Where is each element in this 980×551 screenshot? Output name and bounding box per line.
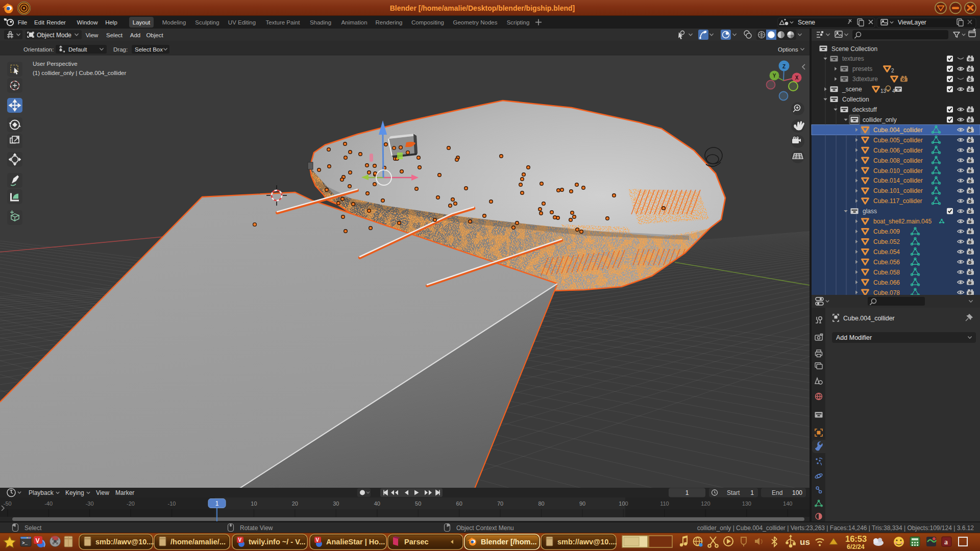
svg-text:16:53: 16:53 [845, 534, 867, 543]
svg-text:presets: presets [852, 65, 872, 72]
svg-text:Object: Object [146, 32, 163, 38]
svg-text:Select: Select [24, 524, 42, 532]
svg-text:40: 40 [374, 500, 380, 507]
svg-text:Cube.006_collider: Cube.006_collider [873, 147, 923, 154]
svg-text:Cube.008_collider: Cube.008_collider [873, 157, 923, 164]
svg-text:Marker: Marker [115, 489, 134, 496]
svg-text:Blender [/home/amalie/Desktop/: Blender [/home/amalie/Desktop/blender/bi… [390, 4, 575, 12]
svg-text:Z: Z [782, 64, 786, 69]
svg-text:us: us [800, 537, 810, 547]
svg-text:Cube.058: Cube.058 [873, 269, 900, 276]
svg-text:1: 1 [750, 489, 754, 496]
svg-text:13: 13 [880, 88, 887, 94]
svg-text:Y: Y [773, 73, 776, 79]
svg-text:Add: Add [130, 32, 140, 38]
svg-text:Render: Render [46, 19, 66, 26]
svg-text:View: View [86, 32, 99, 38]
svg-text:Select: Select [106, 32, 123, 38]
svg-text:smb://awv@10....: smb://awv@10.... [95, 538, 155, 546]
svg-text:20: 20 [292, 500, 298, 507]
svg-text:Cube.056: Cube.056 [873, 259, 900, 266]
svg-text:90: 90 [579, 500, 585, 507]
svg-text:Cube.101_collider: Cube.101_collider [873, 187, 923, 194]
svg-text:boat_shell2.main.045: boat_shell2.main.045 [873, 218, 932, 225]
svg-text:70: 70 [497, 500, 503, 507]
svg-text:3dtexture: 3dtexture [852, 76, 878, 83]
svg-text:Shading: Shading [310, 19, 331, 26]
svg-text:UV Editing: UV Editing [228, 19, 256, 26]
svg-text:Window: Window [77, 19, 99, 26]
svg-text:Cube.066: Cube.066 [873, 279, 900, 286]
svg-text:Modeling: Modeling [162, 19, 186, 26]
svg-text:User Perspective: User Perspective [33, 61, 78, 67]
svg-text:textures: textures [842, 55, 864, 62]
svg-text:100: 100 [792, 489, 802, 496]
svg-text:Add Modifier: Add Modifier [836, 334, 872, 341]
svg-text:Scripting: Scripting [507, 19, 530, 26]
svg-text:ViewLayer: ViewLayer [898, 19, 926, 26]
svg-text:Object Mode: Object Mode [37, 32, 71, 39]
svg-text:Layout: Layout [133, 19, 151, 26]
svg-text:Animation: Animation [341, 19, 367, 26]
svg-text:V: V [238, 537, 242, 543]
svg-text:Cube.010_collider: Cube.010_collider [873, 167, 923, 174]
svg-text:Keying: Keying [65, 489, 84, 496]
svg-text:1: 1 [685, 489, 689, 496]
svg-text:Cube.004_collider: Cube.004_collider [873, 127, 923, 134]
svg-text:a: a [944, 538, 948, 546]
svg-text:50: 50 [415, 500, 421, 507]
svg-text:Cube.052: Cube.052 [873, 238, 900, 245]
svg-text:Start: Start [727, 489, 740, 496]
svg-text:1: 1 [215, 500, 219, 507]
svg-text:collider_only | Cube.004_colli: collider_only | Cube.004_collider | Vert… [697, 524, 974, 532]
svg-text:Collection: Collection [842, 96, 869, 103]
svg-text:Texture Paint: Texture Paint [265, 19, 300, 26]
svg-text:View: View [96, 489, 109, 496]
svg-text:Scene Collection: Scene Collection [831, 45, 877, 53]
svg-text:AnalieStar | Ho...: AnalieStar | Ho... [326, 538, 385, 546]
svg-text:deckstuff: deckstuff [852, 106, 877, 113]
svg-text:End: End [772, 489, 782, 496]
svg-text:4: 4 [892, 88, 895, 94]
svg-text:30: 30 [333, 500, 339, 507]
svg-text:60: 60 [456, 500, 462, 507]
svg-text:Geometry Nodes: Geometry Nodes [453, 19, 498, 26]
svg-text:Rotate View: Rotate View [240, 524, 273, 532]
svg-text:collider_only: collider_only [863, 116, 897, 123]
svg-text:Rendering: Rendering [375, 19, 402, 26]
svg-text:6/2/24: 6/2/24 [847, 543, 865, 550]
svg-text:smb://awv@10....: smb://awv@10.... [557, 538, 617, 546]
svg-text:>_: >_ [22, 541, 28, 546]
svg-text:Help: Help [105, 19, 117, 26]
svg-text:Cube.004_collider: Cube.004_collider [843, 315, 895, 322]
svg-text:Scene: Scene [798, 19, 815, 26]
svg-text:80: 80 [538, 500, 544, 507]
svg-text:Edit: Edit [34, 19, 45, 26]
svg-text:Default: Default [68, 46, 87, 53]
svg-text:Cube.014_collider: Cube.014_collider [873, 177, 923, 184]
svg-text:2: 2 [891, 68, 894, 73]
svg-text:Options: Options [778, 46, 798, 53]
svg-text:Playback: Playback [29, 489, 54, 496]
svg-text:(1) collider_only | Cube.004_c: (1) collider_only | Cube.004_collider [33, 70, 126, 76]
svg-text:Blender [/hom...: Blender [/hom... [481, 538, 537, 546]
svg-text:Drag:: Drag: [113, 46, 128, 53]
svg-text:_scene: _scene [842, 86, 862, 93]
svg-text:X: X [795, 75, 799, 81]
svg-text:Cube.009: Cube.009 [873, 228, 900, 235]
svg-text:Orientation:: Orientation: [23, 46, 54, 53]
svg-text:File: File [18, 19, 28, 26]
svg-text:V: V [316, 537, 320, 543]
svg-text:Cube.005_collider: Cube.005_collider [873, 137, 923, 144]
svg-text:Sculpting: Sculpting [195, 19, 219, 26]
svg-text:Select Box: Select Box [135, 46, 163, 53]
svg-text:Cube.054: Cube.054 [873, 248, 900, 256]
svg-text:Compositing: Compositing [411, 19, 444, 26]
svg-text:Cube.117_collider: Cube.117_collider [873, 197, 922, 205]
svg-text:Object Context Menu: Object Context Menu [456, 524, 514, 532]
svg-text:V: V [36, 537, 40, 544]
svg-text:glass: glass [863, 208, 877, 215]
svg-text:10: 10 [251, 500, 257, 507]
svg-text:/home/amalie/...: /home/amalie/... [170, 538, 226, 546]
svg-text:twily.info ~/ - V...: twily.info ~/ - V... [249, 538, 306, 546]
